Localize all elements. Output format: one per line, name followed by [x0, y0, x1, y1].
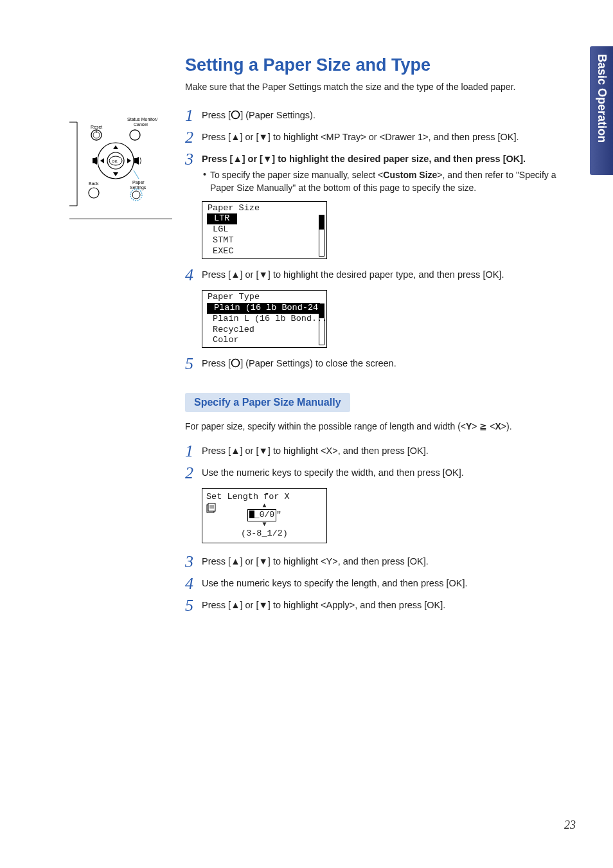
lcd-row: Color — [206, 335, 326, 346]
lcd-value: _0/0 — [247, 509, 276, 521]
step-text: ] or [ — [240, 600, 258, 610]
step-text: ] (Paper Settings) to close the screen. — [240, 358, 396, 368]
lcd-row: EXEC — [206, 246, 326, 257]
down-arrow-icon: ▼ — [259, 556, 268, 566]
svg-point-23 — [132, 191, 140, 199]
circle-icon — [231, 110, 240, 120]
up-arrow-icon: ▲ — [231, 446, 240, 456]
step-text: > or < — [360, 132, 385, 142]
step-5: 5 Press [] (Paper Settings) to close the… — [185, 357, 564, 372]
svg-marker-16 — [94, 157, 97, 165]
down-arrow-icon: ▼ — [259, 269, 268, 280]
svg-point-26 — [232, 111, 240, 119]
step-number: 5 — [185, 356, 202, 372]
lcd-range: (3-8_1/2) — [206, 528, 323, 539]
sub-step-4: 4 Use the numeric keys to specify the le… — [185, 577, 564, 592]
step-text: >, and then press [OK]. — [423, 132, 519, 142]
step-number: 1 — [185, 107, 202, 124]
paper-icon — [206, 503, 218, 517]
svg-text:Paper: Paper — [132, 180, 145, 185]
lcd-paper-type: Paper Type Plain (16 lb Bond-24 Plain L … — [202, 290, 327, 348]
step-text: Press [ — [202, 110, 231, 120]
lcd-row: STMT — [206, 235, 326, 246]
lcd-selected: Plain (16 lb Bond-24 — [207, 303, 320, 314]
step-text: Press [ — [202, 154, 233, 164]
svg-line-19 — [134, 170, 139, 179]
step-number: 2 — [185, 465, 202, 482]
panel-divider — [69, 219, 172, 219]
sub-heading-box: Specify a Paper Size Manually — [185, 393, 564, 412]
svg-marker-11 — [113, 145, 118, 149]
page-title: Setting a Paper Size and Type — [185, 55, 564, 75]
step-number: 3 — [185, 151, 202, 168]
up-arrow-icon: ▲ — [231, 600, 240, 610]
step-1: 1 Press [] (Paper Settings). — [185, 109, 564, 124]
up-arrow-icon: ▲ — [231, 556, 240, 566]
step-text: Press [ — [202, 556, 231, 566]
step-2: 2 Press [▲] or [▼] to highlight <MP Tray… — [185, 131, 564, 146]
down-arrow-icon: ▼ — [263, 154, 272, 164]
step-text: ] or [ — [240, 269, 258, 280]
lcd-row: Plain L (16 lb Bond... — [206, 314, 326, 325]
step-text: ] or [ — [240, 556, 258, 566]
sub-step-3: 3 Press [▲] or [▼] to highlight <Y>, and… — [185, 555, 564, 570]
step-number: 2 — [185, 129, 202, 146]
step-number: 4 — [185, 267, 202, 284]
svg-rect-17 — [134, 158, 136, 163]
up-arrow-icon: ▲ — [231, 132, 240, 142]
intro-text: Make sure that the Paper Settings match … — [185, 82, 564, 92]
sub-step-1: 1 Press [▲] or [▼] to highlight <X>, and… — [185, 444, 564, 460]
svg-marker-12 — [113, 172, 118, 176]
svg-marker-14 — [127, 158, 131, 163]
svg-point-2 — [130, 130, 140, 140]
lcd-row: LGL — [206, 224, 326, 235]
svg-marker-13 — [100, 158, 104, 163]
step-text: Use the numeric keys to specify the leng… — [202, 577, 564, 590]
step-text: Press [ — [202, 269, 231, 280]
lcd-scrollbar — [319, 303, 324, 345]
svg-point-27 — [232, 359, 240, 367]
step-bold: Drawer 1 — [385, 132, 423, 142]
step-text: ] to highlight < — [268, 132, 326, 142]
svg-text:Back: Back — [89, 181, 99, 186]
svg-text:Reset: Reset — [91, 125, 102, 129]
step-text: Press [ — [202, 600, 231, 610]
step-4: 4 Press [▲] or [▼] to highlight the desi… — [185, 268, 564, 284]
step-number: 5 — [185, 597, 202, 614]
down-arrow-icon: ▼ — [259, 600, 268, 610]
svg-text:Cancel: Cancel — [134, 122, 148, 127]
svg-rect-15 — [93, 158, 94, 163]
lcd-selected: LTR — [207, 213, 237, 224]
svg-text:Status Monitor/: Status Monitor/ — [127, 117, 157, 122]
up-arrow-icon: ▲ — [206, 503, 323, 509]
step-text: Press [ — [202, 358, 231, 368]
main-content: Setting a Paper Size and Type Make sure … — [185, 55, 564, 620]
step-text: ] or [ — [240, 446, 258, 456]
sub-heading: Specify a Paper Size Manually — [185, 393, 350, 412]
lcd-unit: " — [276, 510, 281, 520]
sub-intro: For paper size, specify within the possi… — [185, 421, 564, 431]
sub-step-2: 2 Use the numeric keys to specify the wi… — [185, 466, 564, 482]
control-panel-illustration: Status Monitor/ Cancel Reset OK Paper Se… — [69, 109, 172, 215]
lcd-scrollbar — [319, 215, 324, 257]
svg-marker-18 — [136, 157, 139, 165]
svg-point-25 — [89, 188, 99, 198]
step-number: 4 — [185, 575, 202, 592]
step-text: ] (Paper Settings). — [240, 110, 315, 120]
down-arrow-icon: ▼ — [206, 521, 323, 528]
step-text: ] or [ — [240, 132, 258, 142]
up-arrow-icon: ▲ — [233, 154, 242, 164]
down-arrow-icon: ▼ — [259, 132, 268, 142]
step-text: ] to highlight the desired paper type, a… — [268, 269, 504, 280]
up-arrow-icon: ▲ — [231, 269, 240, 280]
down-arrow-icon: ▼ — [259, 446, 268, 456]
circle-icon — [231, 358, 240, 368]
step-number: 1 — [185, 443, 202, 460]
sub-step-5: 5 Press [▲] or [▼] to highlight <Apply>,… — [185, 599, 564, 614]
step-text: ] or [ — [242, 154, 263, 164]
lcd-title: Set Length for X — [206, 491, 323, 503]
step-bold: MP Tray — [326, 132, 361, 142]
lcd-title: Paper Size — [206, 203, 326, 214]
lcd-set-length: Set Length for X ▲ _0/0" ▼ (3-8_1/2) — [202, 488, 327, 543]
lcd-paper-size: Paper Size LTR LGL STMT EXEC — [202, 201, 327, 259]
